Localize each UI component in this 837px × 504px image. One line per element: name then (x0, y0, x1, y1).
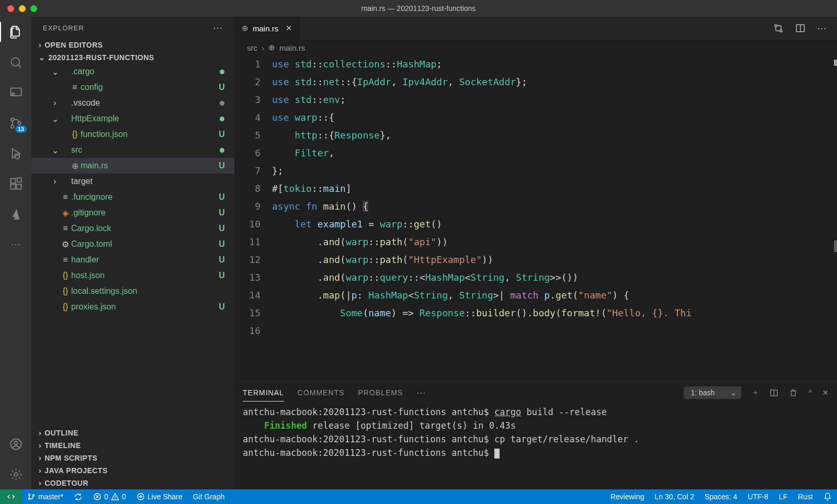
account-icon[interactable] (8, 436, 24, 452)
encoding[interactable]: UTF-8 (742, 492, 774, 501)
titlebar: main.rs — 20201123-rust-functions (0, 0, 837, 17)
extensions-icon[interactable] (8, 176, 24, 191)
svg-point-4 (10, 125, 14, 128)
tree-row[interactable]: ⚙Cargo.tomlU (31, 236, 234, 252)
rust-file-icon: ⊕ (242, 24, 248, 33)
svg-rect-10 (17, 178, 21, 182)
git-branch[interactable]: master* (22, 489, 69, 504)
svg-point-18 (28, 494, 30, 495)
remote-explorer-icon[interactable] (8, 85, 24, 100)
svg-point-19 (28, 498, 30, 499)
tree-row[interactable]: ≡configU (31, 79, 234, 95)
svg-point-3 (10, 118, 14, 121)
trash-terminal-icon[interactable] (789, 388, 798, 397)
svg-point-0 (11, 58, 19, 66)
open-editors-section[interactable]: ›OPEN EDITORS (31, 39, 234, 51)
indentation[interactable]: Spaces: 4 (699, 492, 742, 501)
editor-more-icon[interactable]: ⋯ (817, 22, 827, 34)
tree-row[interactable]: ⌄HttpExample (31, 111, 234, 127)
activity-bar: 13 ⋯ (0, 17, 31, 489)
tree-row[interactable]: ⌄.cargo (31, 64, 234, 79)
window-title: main.rs — 20201123-rust-functions (361, 4, 476, 13)
chevron-right-icon: › (262, 43, 264, 52)
close-tab-icon[interactable]: ✕ (286, 24, 292, 33)
tree-row[interactable]: ≡Cargo.lockU (31, 221, 234, 236)
minimize-window-icon[interactable] (19, 5, 26, 12)
scm-badge: 13 (15, 125, 27, 133)
source-control-icon[interactable]: 13 (8, 115, 24, 131)
maximize-window-icon[interactable] (30, 5, 37, 12)
rust-file-icon: ⊕ (268, 43, 275, 52)
tab-main-rs[interactable]: ⊕ main.rs ✕ (234, 17, 300, 40)
tree-row[interactable]: ≡.funcignoreU (31, 189, 234, 205)
notifications-bell-icon[interactable] (818, 492, 837, 501)
tree-row[interactable]: ≡handlerU (31, 252, 234, 268)
tree-row[interactable]: ⌄src (31, 142, 234, 158)
tree-row[interactable]: ⊕main.rsU (31, 158, 234, 174)
tree-row[interactable]: {}proxies.jsonU (31, 299, 234, 315)
compare-changes-icon[interactable] (773, 23, 784, 33)
terminal-panel: TERMINAL COMMENTS PROBLEMS ⋯ 1: bash⌄ ＋ … (234, 382, 837, 489)
azure-icon[interactable] (8, 206, 24, 222)
split-terminal-icon[interactable] (770, 388, 778, 397)
run-debug-icon[interactable] (8, 145, 24, 161)
panel-more-icon[interactable]: ⋯ (416, 387, 426, 398)
explorer-more-icon[interactable]: ⋯ (213, 22, 223, 33)
codetour-section[interactable]: ›CODETOUR (31, 477, 234, 489)
maximize-panel-icon[interactable]: ^ (808, 388, 812, 397)
minimap-region[interactable] (834, 240, 837, 252)
editor-panel: ⊕ main.rs ✕ ⋯ src › ⊕ main.rs 1234567891… (234, 17, 837, 489)
tab-label: main.rs (253, 24, 278, 33)
breadcrumb-seg[interactable]: src (247, 43, 257, 52)
errors-warnings[interactable]: 0 0 (88, 489, 131, 504)
git-graph[interactable]: Git Graph (188, 489, 230, 504)
breadcrumbs[interactable]: src › ⊕ main.rs (234, 40, 837, 55)
svg-point-12 (14, 441, 18, 444)
svg-rect-9 (16, 184, 21, 189)
explorer-title: EXPLORER (43, 24, 84, 32)
sidebar: EXPLORER ⋯ ›OPEN EDITORS ⌄20201123-RUST-… (31, 17, 234, 489)
tree-row[interactable]: {}function.jsonU (31, 127, 234, 142)
search-icon[interactable] (8, 54, 24, 70)
terminal-select[interactable]: 1: bash⌄ (684, 386, 741, 399)
file-tree: ⌄.cargo≡configU›.vscode⌄HttpExample{}fun… (31, 64, 234, 427)
minimap-region[interactable] (834, 60, 837, 66)
tree-row[interactable]: ◈.gitignoreU (31, 205, 234, 221)
breadcrumb-seg[interactable]: main.rs (279, 43, 305, 52)
split-editor-icon[interactable] (795, 23, 806, 33)
close-window-icon[interactable] (7, 5, 14, 12)
tree-row[interactable]: {}local.settings.json (31, 283, 234, 299)
new-terminal-icon[interactable]: ＋ (752, 388, 759, 397)
statusbar: master* 0 0 Live Share Git Graph Reviewi… (0, 489, 837, 504)
svg-point-5 (18, 121, 21, 124)
terminal-body[interactable]: antchu-macbook:20201123-rust-functions a… (234, 403, 837, 489)
cursor-position[interactable]: Ln 30, Col 2 (649, 492, 699, 501)
remote-indicator[interactable] (0, 489, 22, 504)
timeline-section[interactable]: ›TIMELINE (31, 439, 234, 452)
tree-row[interactable]: ›.vscode (31, 95, 234, 111)
traffic-lights (0, 5, 37, 12)
problems-tab[interactable]: PROBLEMS (358, 388, 403, 397)
settings-gear-icon[interactable] (8, 466, 24, 482)
explorer-header: EXPLORER ⋯ (31, 17, 234, 39)
terminal-tab[interactable]: TERMINAL (243, 388, 284, 402)
svg-rect-8 (10, 184, 15, 189)
svg-point-20 (32, 495, 34, 496)
language-mode[interactable]: Rust (793, 492, 818, 501)
live-share[interactable]: Live Share (131, 489, 188, 504)
more-icon[interactable]: ⋯ (8, 236, 24, 252)
close-panel-icon[interactable]: ✕ (822, 388, 829, 397)
comments-tab[interactable]: COMMENTS (298, 388, 345, 397)
explorer-icon[interactable] (8, 24, 24, 40)
npm-scripts-section[interactable]: ›NPM SCRIPTS (31, 452, 234, 464)
reviewing[interactable]: Reviewing (605, 492, 650, 501)
outline-section[interactable]: ›OUTLINE (31, 427, 234, 439)
java-projects-section[interactable]: ›JAVA PROJECTS (31, 464, 234, 477)
tree-row[interactable]: {}host.jsonU (31, 268, 234, 283)
code-editor[interactable]: 12345678910111213141516 use std::collect… (234, 55, 837, 382)
tree-row[interactable]: ›target (31, 174, 234, 189)
eol[interactable]: LF (774, 492, 793, 501)
sync-icon[interactable] (69, 489, 88, 504)
svg-point-13 (14, 473, 18, 476)
workspace-root-section[interactable]: ⌄20201123-RUST-FUNCTIONS (31, 51, 234, 64)
